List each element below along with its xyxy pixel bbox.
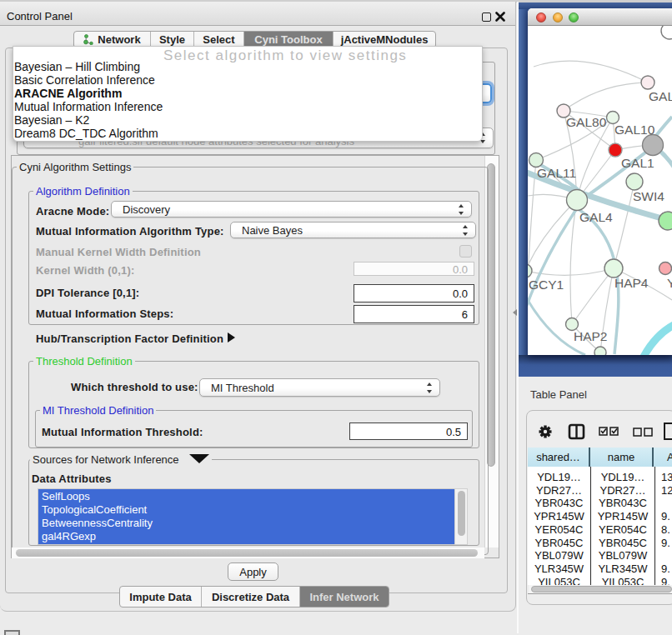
svg-text:Y: Y [667,276,672,290]
svg-text:GAL7: GAL7 [649,89,672,103]
svg-text:HAP4: HAP4 [614,276,649,290]
svg-text:GAL10: GAL10 [614,122,655,137]
svg-text:GAL11: GAL11 [537,166,576,180]
svg-text:HAP2: HAP2 [574,329,608,343]
svg-text:GAL4: GAL4 [579,210,613,224]
svg-text:SWI4: SWI4 [633,189,664,203]
svg-text:GCY1: GCY1 [529,278,564,292]
svg-text:GAL80: GAL80 [566,115,607,129]
svg-text:GAL1: GAL1 [621,156,654,170]
